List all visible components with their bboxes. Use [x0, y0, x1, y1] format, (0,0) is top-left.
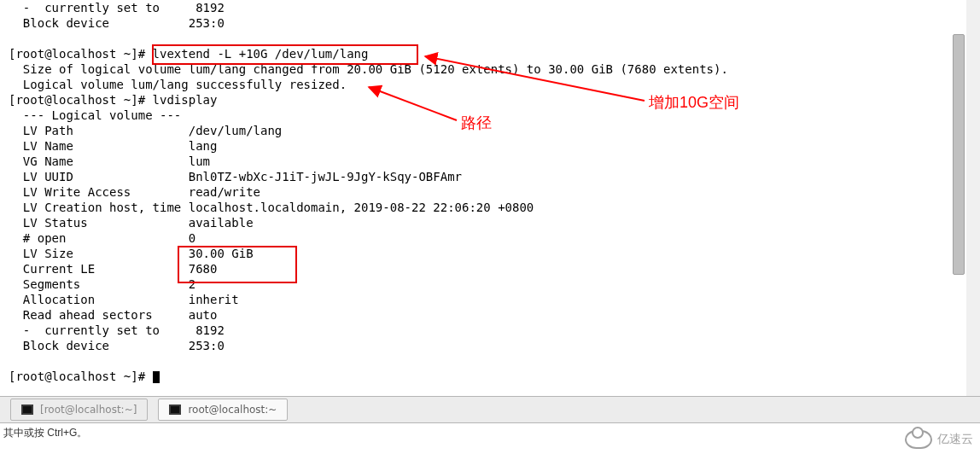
watermark-text: 亿速云	[937, 432, 973, 447]
terminal-cursor	[153, 371, 160, 383]
tab-label: [root@localhost:~]	[40, 404, 137, 416]
status-hint: 其中或按 Ctrl+G。	[3, 426, 87, 440]
tab-bar: [root@localhost:~] root@localhost:~	[0, 396, 980, 423]
terminal-output: - currently set to 8192 Block device 253…	[0, 0, 966, 384]
tab-inactive[interactable]: [root@localhost:~]	[10, 399, 148, 421]
terminal-icon	[169, 405, 181, 415]
terminal-icon	[21, 405, 33, 415]
terminal-viewport[interactable]: - currently set to 8192 Block device 253…	[0, 0, 980, 396]
status-bar: 其中或按 Ctrl+G。	[0, 423, 980, 442]
scrollbar-thumb[interactable]	[953, 34, 965, 275]
cloud-icon	[905, 430, 932, 449]
tab-active[interactable]: root@localhost:~	[158, 399, 288, 421]
watermark: 亿速云	[905, 430, 973, 449]
tab-label: root@localhost:~	[188, 404, 277, 416]
